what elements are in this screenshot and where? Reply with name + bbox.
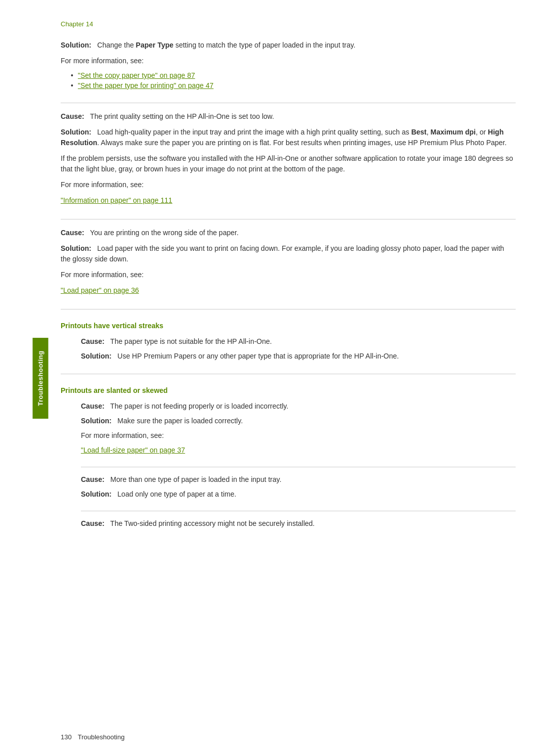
- slanted-subsection-3: Cause: The Two-sided printing accessory …: [81, 518, 516, 529]
- section-wrong-side: Cause: You are printing on the wrong sid…: [61, 219, 516, 309]
- more-info-label-3: For more information, see:: [61, 270, 516, 280]
- cause-print-quality-text: Cause: The print quality setting on the …: [61, 111, 516, 122]
- solution-label-4: Solution:: [81, 352, 112, 360]
- more-info-label-2: For more information, see:: [61, 180, 516, 190]
- cause-label-5c: Cause:: [81, 519, 105, 527]
- solution-label-2: Solution:: [61, 128, 92, 136]
- section-paper-type-solution: Solution: Change the Paper Type setting …: [61, 40, 516, 103]
- cause-label-3: Cause:: [61, 229, 84, 237]
- more-info-label-1: For more information, see:: [61, 56, 516, 66]
- heading-vertical-streaks: Printouts have vertical streaks: [61, 321, 516, 331]
- page-number: 130: [61, 733, 72, 741]
- slanted-subsection-2: Cause: More than one type of paper is lo…: [81, 474, 516, 511]
- solution-paper-type-text: Solution: Change the Paper Type setting …: [61, 40, 516, 51]
- cause-label-4: Cause:: [81, 337, 105, 345]
- chapter-label: Chapter 14: [61, 20, 516, 28]
- solution-label-3: Solution:: [61, 244, 92, 252]
- list-item: "Set the paper type for printing" on pag…: [71, 81, 516, 90]
- solution-slanted-2-text: Solution: Load only one type of paper at…: [81, 489, 516, 500]
- solution-print-quality-text: Solution: Load high-quality paper in the…: [61, 127, 516, 148]
- slanted-subsection-1: Cause: The paper is not feeding properly…: [81, 401, 516, 467]
- solution-label-1: Solution:: [61, 41, 92, 49]
- footer-label: Troubleshooting: [78, 733, 125, 741]
- solution-slanted-1-text: Solution: Make sure the paper is loaded …: [81, 416, 516, 426]
- page-footer: 130 Troubleshooting: [61, 733, 516, 741]
- link-copy-paper-type[interactable]: "Set the copy paper type" on page 87: [78, 71, 195, 79]
- cause-label-5b: Cause:: [81, 475, 105, 483]
- cause-wrong-side-text: Cause: You are printing on the wrong sid…: [61, 228, 516, 238]
- section-vertical-streaks: Printouts have vertical streaks Cause: T…: [61, 309, 516, 374]
- link-load-full-size: "Load full-size paper" on page 37: [81, 445, 516, 456]
- cause-label-5a: Cause:: [81, 402, 105, 410]
- links-list-1: "Set the copy paper type" on page 87 "Se…: [71, 71, 516, 90]
- list-item: "Set the copy paper type" on page 87: [71, 71, 516, 79]
- heading-slanted-skewed: Printouts are slanted or skewed: [61, 385, 516, 396]
- link-load-paper: "Load paper" on page 36: [61, 285, 516, 296]
- link-information-on-paper[interactable]: "Information on paper" on page 111: [61, 196, 172, 204]
- solution-vertical-streaks-text: Solution: Use HP Premium Papers or any o…: [81, 351, 516, 362]
- section-print-quality: Cause: The print quality setting on the …: [61, 103, 516, 219]
- link-load-full-size-anchor[interactable]: "Load full-size paper" on page 37: [81, 446, 185, 454]
- solution-label-5b: Solution:: [81, 490, 112, 498]
- more-info-label-5a: For more information, see:: [81, 430, 516, 441]
- solution-label-5a: Solution:: [81, 417, 112, 425]
- link-info-paper: "Information on paper" on page 111: [61, 195, 516, 206]
- cause-label-2: Cause:: [61, 112, 84, 120]
- link-paper-type-printing[interactable]: "Set the paper type for printing" on pag…: [78, 81, 213, 90]
- vertical-streaks-content: Cause: The paper type is not suitable fo…: [81, 336, 516, 362]
- link-load-paper-anchor[interactable]: "Load paper" on page 36: [61, 286, 139, 294]
- section-slanted-skewed: Printouts are slanted or skewed Cause: T…: [61, 374, 516, 541]
- cause-slanted-3-text: Cause: The Two-sided printing accessory …: [81, 518, 516, 529]
- cause-slanted-1-text: Cause: The paper is not feeding properly…: [81, 401, 516, 412]
- cause-vertical-streaks-text: Cause: The paper type is not suitable fo…: [81, 336, 516, 347]
- solution-print-quality-extra: If the problem persists, use the softwar…: [61, 153, 516, 174]
- solution-wrong-side-text: Solution: Load paper with the side you w…: [61, 243, 516, 264]
- cause-slanted-2-text: Cause: More than one type of paper is lo…: [81, 474, 516, 485]
